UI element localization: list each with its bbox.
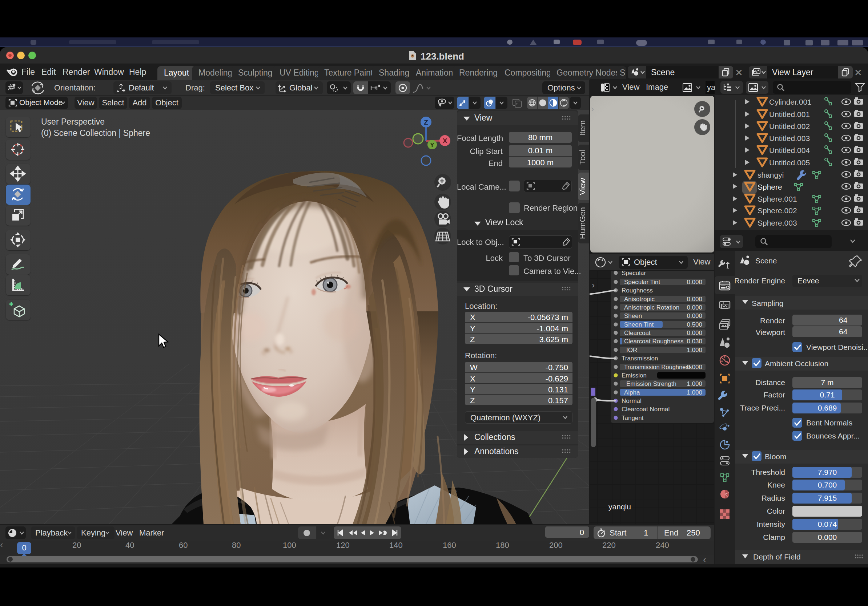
- svg-text:7.970: 7.970: [818, 468, 837, 476]
- svg-text:Viewport: Viewport: [756, 328, 785, 336]
- svg-text:0.71: 0.71: [820, 391, 835, 399]
- svg-text:Render: Render: [760, 317, 785, 325]
- svg-text:yanqiu: yanqiu: [609, 502, 631, 511]
- svg-text:Cylinder.001: Cylinder.001: [769, 98, 812, 106]
- svg-text:7 m: 7 m: [821, 378, 834, 386]
- svg-text:0.000: 0.000: [687, 304, 702, 311]
- svg-text:Eevee: Eevee: [797, 277, 819, 285]
- svg-text:shangyi: shangyi: [758, 171, 784, 179]
- svg-text:Knee: Knee: [767, 481, 785, 489]
- svg-text:7.915: 7.915: [818, 494, 837, 502]
- svg-text:0.000: 0.000: [687, 329, 702, 336]
- svg-text:Roughness: Roughness: [622, 287, 653, 294]
- svg-text:64: 64: [839, 316, 848, 324]
- svg-text:Distance: Distance: [755, 378, 785, 386]
- svg-text:Clearcoat Normal: Clearcoat Normal: [622, 406, 670, 413]
- svg-text:Trace Preci...: Trace Preci...: [740, 403, 785, 412]
- svg-text:Clamp: Clamp: [763, 533, 785, 541]
- svg-text:0.000: 0.000: [687, 296, 702, 303]
- svg-text:Sphere.001: Sphere.001: [758, 195, 797, 203]
- svg-text:Factor: Factor: [763, 391, 785, 399]
- svg-text:0.030: 0.030: [687, 338, 702, 345]
- svg-text:0.074: 0.074: [818, 520, 837, 528]
- svg-text:Bent Normals: Bent Normals: [806, 419, 852, 427]
- svg-text:Specular Tint: Specular Tint: [624, 279, 660, 286]
- svg-text:0.000: 0.000: [818, 533, 837, 541]
- svg-text:Bloom: Bloom: [765, 452, 787, 461]
- svg-text:Transmission Roughness: Transmission Roughness: [624, 364, 692, 371]
- svg-text:Untitled.002: Untitled.002: [769, 122, 810, 130]
- svg-text:IOR: IOR: [626, 346, 637, 354]
- svg-text:1.000: 1.000: [687, 389, 702, 396]
- svg-text:Color: Color: [767, 507, 785, 515]
- svg-text:Threshold: Threshold: [751, 468, 785, 476]
- svg-text:Sampling: Sampling: [752, 299, 784, 308]
- svg-text:Bounces Appr...: Bounces Appr...: [806, 431, 860, 440]
- svg-text:Untitled.004: Untitled.004: [769, 146, 810, 155]
- svg-text:Sphere.003: Sphere.003: [758, 219, 797, 227]
- svg-text:Clearcoat Roughness: Clearcoat Roughness: [624, 338, 684, 345]
- svg-text:0.500: 0.500: [687, 321, 702, 328]
- svg-text:Alpha: Alpha: [624, 389, 640, 396]
- svg-text:Ambient Occlusion: Ambient Occlusion: [765, 359, 828, 368]
- svg-text:Transmission: Transmission: [622, 355, 658, 362]
- svg-text:Radius: Radius: [761, 494, 785, 502]
- svg-text:Y: Y: [430, 142, 434, 148]
- svg-text:0.000: 0.000: [687, 312, 702, 319]
- svg-text:Intensity: Intensity: [757, 520, 786, 528]
- svg-text:Specular: Specular: [622, 271, 646, 277]
- svg-text:›: ›: [592, 280, 595, 290]
- svg-text:Untitled.001: Untitled.001: [769, 110, 810, 118]
- svg-text:Sphere.002: Sphere.002: [758, 206, 797, 215]
- svg-text:1.000: 1.000: [687, 346, 702, 354]
- svg-text:Scene: Scene: [755, 257, 777, 265]
- svg-text:Anisotropic: Anisotropic: [624, 296, 655, 303]
- svg-text:0.000: 0.000: [687, 364, 702, 371]
- svg-text:X: X: [443, 137, 448, 145]
- svg-text:Clearcoat: Clearcoat: [624, 329, 651, 336]
- svg-text:Depth of Field: Depth of Field: [753, 553, 801, 561]
- svg-text:Sheen: Sheen: [624, 312, 642, 319]
- svg-text:0.689: 0.689: [818, 403, 837, 412]
- svg-text:Untitled.005: Untitled.005: [769, 158, 810, 167]
- svg-text:Untitled.003: Untitled.003: [769, 134, 810, 142]
- svg-text:0.000: 0.000: [687, 279, 702, 286]
- svg-text:Render Engine: Render Engine: [735, 277, 785, 285]
- svg-text:64: 64: [839, 327, 848, 336]
- svg-text:Emission: Emission: [622, 372, 646, 379]
- svg-text:Sheen Tint: Sheen Tint: [624, 321, 654, 328]
- svg-text:Anisotropic Rotation: Anisotropic Rotation: [624, 304, 679, 311]
- svg-text:Emission Strength: Emission Strength: [626, 380, 676, 387]
- svg-text:Z: Z: [424, 118, 428, 126]
- svg-text:Sphere: Sphere: [758, 183, 782, 191]
- svg-text:Viewport Denoisi...: Viewport Denoisi...: [806, 343, 868, 351]
- svg-text:Normal: Normal: [622, 397, 642, 404]
- svg-text:1.000: 1.000: [687, 380, 702, 387]
- svg-text:Tangent: Tangent: [622, 414, 644, 421]
- svg-text:0.700: 0.700: [818, 481, 837, 489]
